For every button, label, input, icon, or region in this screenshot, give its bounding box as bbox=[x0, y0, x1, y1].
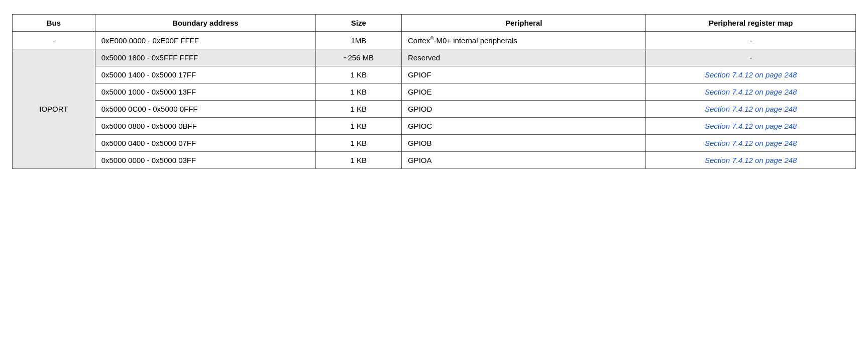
table-container: Bus Boundary address Size Peripheral Per… bbox=[12, 9, 856, 169]
address-cell: 0x5000 0000 - 0x5000 03FF bbox=[95, 152, 315, 169]
table-row: 0x5000 1000 - 0x5000 13FF1 KBGPIOESectio… bbox=[13, 83, 856, 101]
peripheral-cell: GPIOA bbox=[401, 152, 645, 169]
regmap-cell[interactable]: Section 7.4.12 on page 248 bbox=[646, 66, 856, 83]
size-cell: ~256 MB bbox=[315, 49, 401, 66]
peripheral-cell: GPIOF bbox=[401, 66, 645, 83]
regmap-cell[interactable]: Section 7.4.12 on page 248 bbox=[646, 83, 856, 101]
peripheral-cell: GPIOE bbox=[401, 83, 645, 101]
col-header-peripheral: Peripheral bbox=[401, 15, 645, 32]
table-row: 0x5000 0400 - 0x5000 07FF1 KBGPIOBSectio… bbox=[13, 135, 856, 152]
peripheral-table: Bus Boundary address Size Peripheral Per… bbox=[12, 14, 856, 169]
regmap-link[interactable]: Section 7.4.12 on page 248 bbox=[705, 88, 797, 96]
table-row: 0x5000 1400 - 0x5000 17FF1 KBGPIOFSectio… bbox=[13, 66, 856, 83]
col-header-bus: Bus bbox=[13, 15, 95, 32]
peripheral-cell: GPIOD bbox=[401, 101, 645, 118]
regmap-cell[interactable]: Section 7.4.12 on page 248 bbox=[646, 101, 856, 118]
size-cell: 1 KB bbox=[315, 152, 401, 169]
regmap-cell: - bbox=[646, 32, 856, 49]
address-cell: 0x5000 0800 - 0x5000 0BFF bbox=[95, 118, 315, 135]
size-cell: 1MB bbox=[315, 32, 401, 49]
table-row: 0x5000 0000 - 0x5000 03FF1 KBGPIOASectio… bbox=[13, 152, 856, 169]
table-row: -0xE000 0000 - 0xE00F FFFF1MBCortex®-M0+… bbox=[13, 32, 856, 49]
size-cell: 1 KB bbox=[315, 101, 401, 118]
address-cell: 0x5000 0C00 - 0x5000 0FFF bbox=[95, 101, 315, 118]
regmap-link[interactable]: Section 7.4.12 on page 248 bbox=[705, 156, 797, 164]
peripheral-cell: Cortex®-M0+ internal peripherals bbox=[401, 32, 645, 49]
bus-cell: IOPORT bbox=[13, 49, 95, 169]
table-body: -0xE000 0000 - 0xE00F FFFF1MBCortex®-M0+… bbox=[13, 32, 856, 169]
address-cell: 0xE000 0000 - 0xE00F FFFF bbox=[95, 32, 315, 49]
col-header-regmap: Peripheral register map bbox=[646, 15, 856, 32]
col-header-size: Size bbox=[315, 15, 401, 32]
bus-cell: - bbox=[13, 32, 95, 49]
peripheral-cell: GPIOB bbox=[401, 135, 645, 152]
regmap-cell[interactable]: Section 7.4.12 on page 248 bbox=[646, 135, 856, 152]
table-row: 0x5000 0C00 - 0x5000 0FFF1 KBGPIODSectio… bbox=[13, 101, 856, 118]
regmap-link[interactable]: Section 7.4.12 on page 248 bbox=[705, 105, 797, 113]
peripheral-cell: Reserved bbox=[401, 49, 645, 66]
size-cell: 1 KB bbox=[315, 135, 401, 152]
address-cell: 0x5000 1400 - 0x5000 17FF bbox=[95, 66, 315, 83]
table-row: IOPORT0x5000 1800 - 0x5FFF FFFF~256 MBRe… bbox=[13, 49, 856, 66]
col-header-boundary: Boundary address bbox=[95, 15, 315, 32]
table-row: 0x5000 0800 - 0x5000 0BFF1 KBGPIOCSectio… bbox=[13, 118, 856, 135]
size-cell: 1 KB bbox=[315, 66, 401, 83]
address-cell: 0x5000 0400 - 0x5000 07FF bbox=[95, 135, 315, 152]
size-cell: 1 KB bbox=[315, 83, 401, 101]
regmap-link[interactable]: Section 7.4.12 on page 248 bbox=[705, 139, 797, 147]
header-row: Bus Boundary address Size Peripheral Per… bbox=[13, 15, 856, 32]
regmap-cell[interactable]: Section 7.4.12 on page 248 bbox=[646, 152, 856, 169]
regmap-link[interactable]: Section 7.4.12 on page 248 bbox=[705, 70, 797, 79]
regmap-cell[interactable]: Section 7.4.12 on page 248 bbox=[646, 118, 856, 135]
peripheral-cell: GPIOC bbox=[401, 118, 645, 135]
regmap-link[interactable]: Section 7.4.12 on page 248 bbox=[705, 122, 797, 130]
regmap-cell: - bbox=[646, 49, 856, 66]
size-cell: 1 KB bbox=[315, 118, 401, 135]
address-cell: 0x5000 1800 - 0x5FFF FFFF bbox=[95, 49, 315, 66]
address-cell: 0x5000 1000 - 0x5000 13FF bbox=[95, 83, 315, 101]
